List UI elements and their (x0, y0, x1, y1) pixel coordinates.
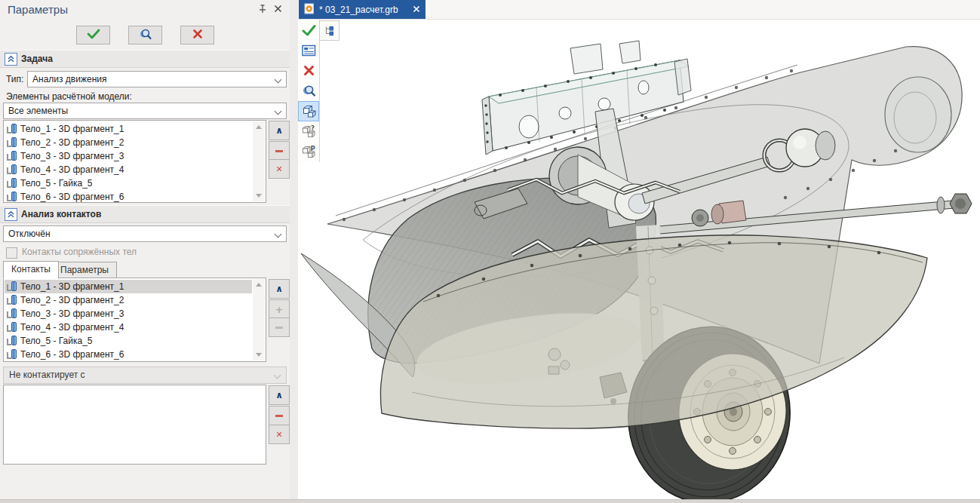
body-icon (7, 322, 17, 333)
move-up-button[interactable]: ∧ (269, 121, 290, 140)
ok-tool-button[interactable] (298, 20, 319, 40)
list-item[interactable]: Тело_5 - Гайка_5 (5, 176, 252, 190)
contacts-bodies-list: Тело_1 - 3D фрагмент_1 Тело_2 - 3D фрагм… (3, 278, 266, 362)
body-question-tool-button[interactable]: ? (298, 121, 319, 142)
ok-check-icon (87, 29, 100, 41)
document-area: * 03_21_расчет.grb (298, 0, 980, 503)
body-icon (7, 349, 17, 360)
preview-tool-button[interactable] (298, 81, 319, 101)
no-contact-list[interactable] (3, 385, 266, 465)
document-tab[interactable]: * 03_21_расчет.grb (299, 0, 425, 19)
body-icon (7, 281, 17, 292)
collapse-chevron-icon[interactable] (5, 208, 17, 221)
collapse-chevron-icon[interactable] (5, 53, 17, 66)
chevron-down-icon (275, 373, 280, 378)
preview-button[interactable] (128, 26, 162, 44)
cancel-button[interactable] (180, 26, 214, 44)
elements-label: Элементы расчётной модели: (6, 91, 132, 102)
magnifier-icon (139, 29, 152, 42)
body-p-tool-button[interactable]: P (298, 142, 319, 162)
type-label: Тип: (6, 74, 23, 84)
cancel-x-icon (192, 29, 203, 41)
add-item-button[interactable]: + (269, 299, 290, 319)
list-item[interactable]: Тело_2 - 3D фрагмент_2 (5, 293, 252, 307)
list-item[interactable]: Тело_3 - 3D фрагмент_3 (5, 149, 252, 163)
ok-button[interactable] (76, 26, 110, 44)
body-icon (7, 137, 17, 148)
application-window: Параметры (0, 0, 980, 503)
pin-icon[interactable] (257, 4, 269, 16)
3d-model-viewport[interactable] (298, 19, 980, 503)
scrollbar[interactable] (253, 121, 265, 201)
chevron-down-icon (275, 109, 281, 114)
chevron-down-icon (275, 232, 281, 237)
structure-tool-button[interactable] (319, 20, 339, 41)
panel-title: Параметры (8, 3, 68, 16)
section-header-task[interactable]: Задача (0, 50, 290, 68)
contacts-mode-select[interactable]: Отключён (3, 225, 287, 242)
body-icon (7, 336, 17, 346)
list-item[interactable]: Тело_4 - 3D фрагмент_4 (5, 321, 252, 334)
mated-bodies-label: Контакты сопряжённых тел (22, 247, 137, 257)
list-item[interactable]: Тело_3 - 3D фрагмент_3 (5, 307, 252, 321)
list-item[interactable]: Тело_5 - Гайка_5 (5, 334, 252, 348)
list-item[interactable]: Тело_4 - 3D фрагмент_4 (5, 163, 252, 176)
move-up-button[interactable]: ∧ (269, 385, 290, 405)
no-contact-label: Не контактирует с (9, 370, 85, 380)
tab-contacts[interactable]: Контакты (3, 261, 59, 279)
list-item[interactable]: Тело_6 - 3D фрагмент_6 (5, 348, 252, 361)
remove-item-button[interactable] (269, 406, 290, 425)
bodies-tool-button[interactable] (298, 101, 319, 121)
move-up-button[interactable]: ∧ (269, 279, 290, 299)
elements-filter-value: Все элементы (8, 106, 68, 116)
scrollbar[interactable] (253, 279, 265, 360)
mated-bodies-checkbox[interactable] (6, 247, 17, 259)
section-header-contacts[interactable]: Анализ контактов (0, 205, 290, 223)
chevron-down-icon (275, 77, 281, 82)
task-type-select[interactable]: Анализ движения (27, 71, 287, 87)
list-item-selected[interactable]: Тело_1 - 3D фрагмент_1 (5, 280, 252, 293)
tab-parameters[interactable]: Параметры (52, 262, 117, 279)
model-elements-list: Тело_1 - 3D фрагмент_1 Тело_2 - 3D фрагм… (3, 120, 266, 203)
body-icon (7, 295, 17, 305)
tab-close-icon[interactable] (413, 5, 420, 15)
remove-item-button[interactable] (269, 317, 290, 337)
scroll-up-icon[interactable] (253, 279, 265, 290)
list-item[interactable]: Тело_2 - 3D фрагмент_2 (5, 136, 252, 149)
document-icon (304, 3, 315, 17)
task-type-value: Анализ движения (32, 74, 106, 84)
scroll-down-icon[interactable] (253, 190, 265, 201)
window-bottom-edge (0, 499, 980, 503)
scroll-up-icon[interactable] (253, 121, 265, 133)
cancel-tool-button[interactable] (298, 60, 319, 81)
list-item[interactable]: Тело_1 - 3D фрагмент_1 (5, 122, 252, 136)
delete-all-button[interactable]: ✕ (269, 159, 290, 179)
section-title: Анализ контактов (21, 209, 101, 219)
parameters-panel: Параметры (0, 0, 290, 503)
body-icon (7, 164, 17, 175)
body-icon (7, 124, 17, 134)
view-toolbar: ? P (298, 20, 320, 162)
body-icon (7, 178, 17, 189)
scroll-down-icon[interactable] (253, 349, 265, 360)
section-title: Задача (21, 54, 53, 64)
document-tab-title: * 03_21_расчет.grb (319, 5, 408, 15)
document-tab-bar: * 03_21_расчет.grb (298, 0, 980, 20)
delete-all-button[interactable]: ✕ (269, 425, 290, 444)
body-icon (7, 308, 17, 319)
properties-tool-button[interactable] (298, 40, 319, 60)
no-contact-header[interactable]: Не контактирует с (3, 367, 287, 384)
body-icon (7, 192, 17, 202)
list-item[interactable]: Тело_6 - 3D фрагмент_6 (5, 190, 252, 204)
body-icon (7, 151, 17, 161)
contacts-mode-value: Отключён (8, 228, 51, 239)
close-icon[interactable] (273, 4, 285, 16)
remove-item-button[interactable] (269, 141, 290, 161)
elements-filter-select[interactable]: Все элементы (3, 103, 287, 119)
svg-text:?: ? (311, 124, 315, 132)
svg-text:P: P (311, 145, 315, 152)
